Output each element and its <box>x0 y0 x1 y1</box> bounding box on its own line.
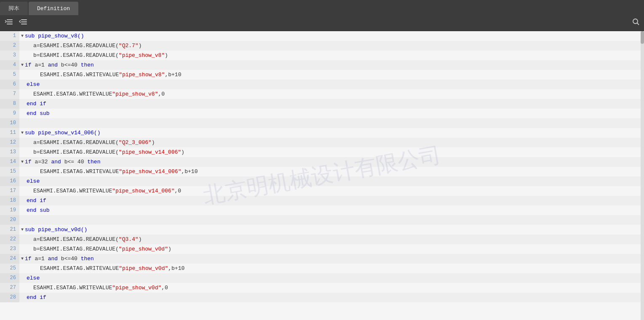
line-number: 5 <box>0 70 19 80</box>
code-line: ESAHMI.ESATAG.WRITEVALUE"pipe_show_v8",0 <box>19 89 644 99</box>
code-token: b=ESAHMI.ESATAG.READVALUE( <box>33 147 119 157</box>
code-line: ▼if a=1 and b<=40 then <box>19 60 644 70</box>
code-line: else <box>19 176 644 186</box>
indent-icon[interactable] <box>4 19 13 27</box>
line-number: 12 <box>0 138 19 147</box>
code-token: ,0 <box>174 186 181 196</box>
line-number: 3 <box>0 51 19 60</box>
line-number: 20 <box>0 215 19 225</box>
code-line: else <box>19 80 644 89</box>
code-line: ESAHMI.ESATAG.WRITEVALUE"pipe_show_v0d",… <box>19 264 644 273</box>
code-token: a=1 <box>35 60 48 70</box>
code-token: ESAHMI.ESATAG.WRITEVALUE <box>40 167 119 176</box>
line-number: 23 <box>0 244 19 254</box>
code-token: if <box>25 60 35 70</box>
tab-definition[interactable]: Definition <box>29 2 78 15</box>
code-line: ESAHMI.ESATAG.WRITEVALUE"pipe_show_v14_0… <box>19 167 644 176</box>
toolbar-left <box>4 19 28 27</box>
line-number: 19 <box>0 205 19 215</box>
code-token: sub pipe_show_v8() <box>25 31 84 41</box>
code-token: ) <box>152 138 155 147</box>
code-token: a=ESAHMI.ESATAG.READVALUE( <box>33 41 119 51</box>
code-token: ) <box>139 41 142 51</box>
toolbar-right <box>632 18 640 28</box>
code-token: if <box>25 157 35 167</box>
code-token: end if <box>27 293 46 302</box>
code-line: ▼if a=32 and b<= 40 then <box>19 157 644 167</box>
svg-rect-0 <box>7 19 13 20</box>
line-number: 13 <box>0 147 19 157</box>
line-number: 28 <box>0 293 19 302</box>
code-line: b=ESAHMI.ESATAG.READVALUE("pipe_show_v8"… <box>19 51 644 60</box>
code-line: end sub <box>19 205 644 215</box>
code-token: sub pipe_show_v14_006() <box>25 128 100 138</box>
code-token: sub pipe_show_v0d() <box>25 225 87 235</box>
code-token: else <box>27 80 40 89</box>
collapse-icon[interactable]: ▼ <box>21 254 24 264</box>
outdent-icon[interactable] <box>19 19 28 27</box>
code-content: 1234567891011121314151617181920212223242… <box>0 31 644 320</box>
code-token: end sub <box>27 205 50 215</box>
code-token: ,b+10 <box>181 167 198 176</box>
line-number: 6 <box>0 80 19 89</box>
code-line <box>19 118 644 128</box>
code-line: end if <box>19 196 644 205</box>
code-token: b<= 40 <box>64 157 88 167</box>
scrollbar-thumb[interactable] <box>641 31 644 44</box>
code-token: then <box>81 60 94 70</box>
code-line: ▼if a=1 and b<=40 then <box>19 254 644 264</box>
collapse-icon[interactable]: ▼ <box>21 157 24 167</box>
collapse-icon[interactable]: ▼ <box>21 225 24 235</box>
collapse-icon[interactable]: ▼ <box>21 60 24 70</box>
code-token: b<=40 <box>61 60 81 70</box>
code-line: ▼sub pipe_show_v8() <box>19 31 644 41</box>
svg-rect-1 <box>7 21 13 22</box>
code-token: ESAHMI.ESATAG.WRITEVALUE <box>33 186 112 196</box>
code-lines-column: ▼sub pipe_show_v8()a=ESAHMI.ESATAG.READV… <box>19 31 644 320</box>
code-line: a=ESAHMI.ESATAG.READVALUE("Q2.7") <box>19 41 644 51</box>
code-token: "pipe_show_v14_006" <box>119 167 181 176</box>
scrollbar[interactable] <box>641 31 644 320</box>
svg-rect-2 <box>7 24 13 24</box>
code-token: ,0 <box>158 89 165 99</box>
code-token: "pipe_show_v14_006" <box>119 147 181 157</box>
line-number: 17 <box>0 186 19 196</box>
line-number: 18 <box>0 196 19 205</box>
line-number: 11 <box>0 128 19 138</box>
line-number: 26 <box>0 273 19 283</box>
code-line: a=ESAHMI.ESATAG.READVALUE("Q3.4") <box>19 235 644 244</box>
collapse-icon[interactable]: ▼ <box>21 128 24 138</box>
code-token: else <box>27 176 40 186</box>
code-token: "Q2_3_006" <box>119 138 152 147</box>
line-number: 4 <box>0 60 19 70</box>
code-token: else <box>27 273 40 283</box>
code-token: "pipe_show_v0d" <box>119 244 168 254</box>
tab-definition-label: Definition <box>37 5 70 12</box>
line-number: 25 <box>0 264 19 273</box>
code-token: ) <box>181 147 184 157</box>
line-number: 22 <box>0 235 19 244</box>
line-number: 9 <box>0 109 19 118</box>
code-token: ,b+10 <box>168 264 184 273</box>
tab-script[interactable]: 脚本 <box>0 2 28 15</box>
collapse-icon[interactable]: ▼ <box>21 31 24 41</box>
code-token: ,b+10 <box>165 70 181 80</box>
search-icon[interactable] <box>632 18 640 28</box>
svg-rect-5 <box>21 24 27 24</box>
line-numbers-column: 1234567891011121314151617181920212223242… <box>0 31 19 320</box>
code-line: else <box>19 273 644 283</box>
code-token: "Q2.7" <box>119 41 139 51</box>
code-line: b=ESAHMI.ESATAG.READVALUE("pipe_show_v14… <box>19 147 644 157</box>
code-token: ESAHMI.ESATAG.WRITEVALUE <box>40 264 119 273</box>
svg-rect-4 <box>21 21 27 22</box>
code-token: and <box>48 60 61 70</box>
code-token: and <box>51 157 64 167</box>
code-line <box>19 215 644 225</box>
code-line: end if <box>19 293 644 302</box>
line-number: 27 <box>0 283 19 293</box>
code-token: then <box>81 254 94 264</box>
code-token: "pipe_show_v8" <box>119 70 165 80</box>
code-token: if <box>25 254 35 264</box>
code-token: "pipe_show_v8" <box>112 89 158 99</box>
svg-point-6 <box>633 19 638 24</box>
